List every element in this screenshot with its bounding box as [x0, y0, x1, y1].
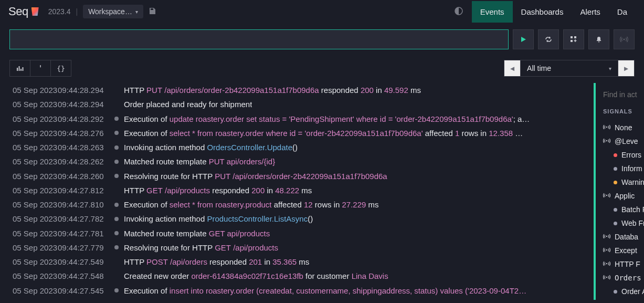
query-input[interactable] [9, 29, 509, 49]
event-time: 09:44:27.782 [58, 213, 112, 225]
signal-item[interactable]: Order A [603, 285, 644, 298]
signal-item[interactable]: Web Fr [603, 216, 644, 230]
svg-point-13 [606, 249, 607, 250]
signal-label: Except [615, 246, 637, 255]
level-indicator [114, 160, 119, 164]
event-message: Resolving route for HTTP GET /api/produc… [124, 242, 278, 254]
separator: | [76, 7, 78, 16]
event-row[interactable]: 05 Sep 202309:44:27.548Created new order… [0, 269, 594, 283]
signal-label: Databa [615, 233, 638, 241]
signal-item[interactable]: None [603, 121, 644, 134]
histogram-button[interactable] [9, 60, 30, 77]
signals-header: SIGNALS [603, 108, 644, 114]
event-date: 05 Sep 2023 [13, 198, 55, 211]
time-prev-button[interactable]: ◄ [504, 60, 521, 77]
nav-da[interactable]: Da [609, 1, 636, 23]
svg-point-11 [606, 194, 607, 195]
event-row[interactable]: 05 Sep 202309:44:28.276Execution of sele… [0, 126, 594, 140]
signal-dot [614, 181, 617, 184]
refresh-button[interactable] [538, 29, 559, 49]
signal-item[interactable]: Except [603, 244, 644, 257]
nav-alerts[interactable]: Alerts [572, 1, 608, 23]
svg-rect-8 [23, 67, 24, 71]
event-row[interactable]: 05 Sep 202309:44:27.532Invoking action m… [0, 298, 594, 300]
signal-item[interactable]: Warnin [603, 175, 644, 189]
broadcast-icon [603, 192, 610, 200]
time-next-button[interactable]: ► [618, 60, 635, 77]
signal-item[interactable]: @Leve [603, 134, 644, 148]
event-date: 05 Sep 2023 [13, 184, 55, 196]
signal-dot [614, 208, 617, 212]
event-row[interactable]: 05 Sep 202309:44:27.545Execution of inse… [0, 284, 594, 298]
signal-item[interactable]: Databa [603, 230, 644, 244]
svg-point-10 [606, 140, 607, 141]
nav-events[interactable]: Events [472, 1, 513, 23]
tick-format-button[interactable]: ' [30, 60, 51, 77]
svg-point-9 [606, 126, 607, 127]
time-range-selector[interactable]: All time ▾ [520, 60, 618, 77]
broadcast-icon [603, 260, 610, 268]
level-indicator [114, 288, 119, 292]
event-time: 09:44:28.262 [58, 155, 112, 168]
signal-dot [614, 153, 617, 157]
logo[interactable]: Seq [8, 5, 39, 18]
event-time: 09:44:27.549 [58, 256, 112, 268]
signal-item[interactable]: HTTP F [603, 257, 644, 271]
signal-label: HTTP F [615, 260, 640, 268]
event-time: 09:44:27.779 [58, 242, 112, 254]
signal-label: Errors [621, 151, 641, 159]
workspace-selector[interactable]: Workspace… ▾ [83, 5, 143, 18]
logo-icon [31, 7, 39, 16]
save-icon[interactable] [149, 7, 156, 16]
signal-dot [614, 167, 617, 171]
event-time: 09:44:27.781 [58, 227, 112, 239]
find-signals-input[interactable] [603, 90, 644, 99]
event-row[interactable]: 05 Sep 202309:44:28.263Invoking action m… [0, 140, 594, 154]
signal-dot [614, 222, 617, 225]
event-time: 09:44:27.812 [58, 184, 112, 196]
event-row[interactable]: 05 Sep 202309:44:28.260Resolving route f… [0, 169, 594, 183]
event-date: 05 Sep 2023 [13, 213, 55, 225]
json-format-button[interactable]: {} [50, 60, 71, 77]
event-row[interactable]: 05 Sep 202309:44:27.779Resolving route f… [0, 241, 594, 255]
event-date: 05 Sep 2023 [13, 155, 55, 168]
theme-toggle-icon[interactable] [446, 6, 472, 17]
event-row[interactable]: 05 Sep 202309:44:27.549HTTP POST /api/or… [0, 255, 594, 269]
signal-item[interactable]: Batch F [603, 203, 644, 216]
event-time: 09:44:28.292 [58, 113, 112, 125]
level-indicator [114, 203, 119, 207]
event-date: 05 Sep 2023 [13, 256, 55, 268]
event-date: 05 Sep 2023 [13, 113, 55, 125]
signal-label: Web Fr [621, 219, 644, 227]
event-row[interactable]: 05 Sep 202309:44:27.781Matched route tem… [0, 226, 594, 241]
svg-rect-3 [571, 40, 573, 42]
signal-item[interactable]: Applic [603, 189, 644, 203]
signal-item[interactable]: Orders [603, 271, 644, 285]
broadcast-icon [603, 233, 610, 241]
stream-button[interactable] [614, 29, 635, 49]
alert-button[interactable] [588, 29, 609, 49]
signal-label: Order A [621, 287, 644, 296]
add-widget-button[interactable] [563, 29, 584, 49]
event-message: HTTP PUT /api/orders/order-2b422099a151a… [124, 84, 421, 96]
event-time: 09:44:27.545 [58, 285, 112, 297]
event-row[interactable]: 05 Sep 202309:44:28.292Execution of upda… [0, 112, 594, 126]
event-row[interactable]: 05 Sep 202309:44:27.810Execution of sele… [0, 197, 594, 212]
event-date: 05 Sep 2023 [13, 127, 55, 139]
level-indicator [114, 245, 119, 249]
signal-label: Applic [615, 192, 635, 200]
event-message: Execution of select * from roastery.prod… [124, 198, 379, 211]
event-row[interactable]: 05 Sep 202309:44:28.294Order placed and … [0, 97, 594, 111]
level-indicator [114, 131, 119, 135]
nav-dashboards[interactable]: Dashboards [513, 1, 572, 23]
signal-item[interactable]: Errors [603, 148, 644, 162]
event-row[interactable]: 05 Sep 202309:44:28.294HTTP PUT /api/ord… [0, 83, 594, 97]
signal-item[interactable]: Order A [603, 298, 644, 300]
run-query-button[interactable] [513, 29, 534, 49]
svg-point-14 [606, 263, 607, 264]
signal-item[interactable]: Inform [603, 162, 644, 175]
event-message: Invoking action method OrdersController.… [124, 299, 296, 300]
event-row[interactable]: 05 Sep 202309:44:28.262Matched route tem… [0, 154, 594, 169]
event-row[interactable]: 05 Sep 202309:44:27.782Invoking action m… [0, 212, 594, 226]
event-row[interactable]: 05 Sep 202309:44:27.812HTTP GET /api/pro… [0, 183, 594, 197]
